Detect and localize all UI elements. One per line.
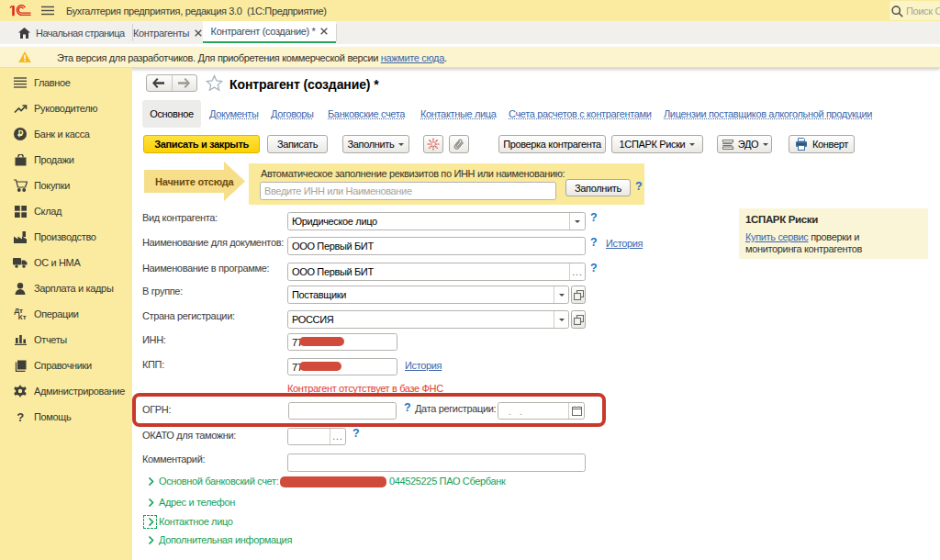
svg-text:₽: ₽ [17,129,23,139]
